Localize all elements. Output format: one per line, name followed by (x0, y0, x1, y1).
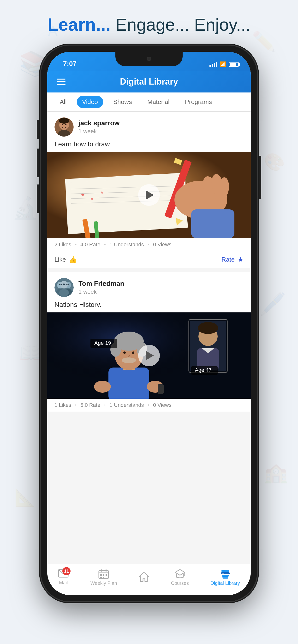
user-info-tom: Tom Friedman 1 week (78, 280, 124, 295)
post-card-1: jack sparrow 1 week Learn how to draw (47, 112, 251, 268)
svg-point-74 (198, 322, 218, 334)
signal-icon (209, 62, 217, 67)
nav-item-digital-library[interactable]: Digital Library (210, 568, 240, 586)
user-name-jack: jack sparrow (78, 119, 119, 127)
video-thumb-2[interactable]: Age 19 Age 47 (47, 312, 251, 399)
status-icons: 📶 (209, 61, 239, 68)
tab-material[interactable]: Material (142, 96, 175, 108)
svg-point-64 (132, 352, 134, 354)
nav-label-digital-library: Digital Library (210, 580, 240, 586)
svg-point-53 (64, 284, 66, 285)
thumbs-up-icon: 👍 (69, 256, 77, 264)
svg-text:Age 47: Age 47 (195, 367, 212, 373)
svg-point-47 (59, 289, 69, 296)
post-header-2: Tom Friedman 1 week (47, 272, 251, 301)
play-button-1[interactable] (138, 184, 160, 206)
user-name-tom: Tom Friedman (78, 280, 124, 288)
svg-point-65 (122, 358, 136, 363)
action-bar-1: Like 👍 Rate ★ (47, 251, 251, 268)
svg-text:★: ★ (81, 192, 85, 197)
filter-tabs: All Video Shows Material Programs (47, 92, 251, 112)
svg-point-48 (59, 284, 60, 285)
svg-point-18 (62, 124, 63, 125)
video-thumb-1[interactable]: ★ ★ ★ (47, 152, 251, 238)
nav-label-courses: Courses (171, 580, 189, 586)
svg-rect-40 (191, 210, 234, 238)
front-camera (147, 57, 151, 61)
app-header: Digital Library (47, 71, 251, 92)
menu-button[interactable] (57, 78, 66, 85)
post-card-2: Tom Friedman 1 week Nations History. (47, 272, 251, 412)
calendar-icon (98, 568, 109, 579)
likes-2: 1 Likes (54, 402, 71, 408)
books-icon (220, 568, 231, 579)
svg-rect-84 (103, 574, 104, 576)
svg-point-50 (66, 284, 68, 285)
tab-programs[interactable]: Programs (180, 96, 217, 108)
hero-rest: Engage... Enjoy... (111, 15, 250, 34)
battery-icon (229, 62, 239, 67)
graduation-icon (175, 568, 185, 579)
svg-text:★: ★ (100, 190, 103, 194)
svg-rect-83 (100, 574, 102, 576)
svg-point-16 (59, 118, 69, 124)
play-button-2[interactable] (138, 345, 160, 366)
like-button-1[interactable]: Like 👍 (54, 256, 77, 264)
post-time-tom: 1 week (78, 288, 124, 295)
svg-text:🔬: 🔬 (12, 196, 39, 221)
svg-point-63 (123, 352, 126, 354)
bottom-nav: 11 Mail Weekly Plan (47, 564, 251, 595)
nav-label-mail: Mail (59, 580, 68, 586)
svg-rect-87 (103, 577, 104, 578)
svg-point-52 (63, 284, 64, 285)
svg-rect-85 (106, 574, 107, 576)
rate-2: 5.0 Rate (80, 402, 100, 408)
post-time-jack: 1 week (78, 128, 119, 135)
stats-bar-2: 1 Likes • 5.0 Rate • 1 Understands • 0 V… (47, 399, 251, 412)
tab-shows[interactable]: Shows (108, 96, 137, 108)
user-info-jack: jack sparrow 1 week (78, 119, 119, 135)
svg-text:🎨: 🎨 (264, 152, 285, 172)
tab-all[interactable]: All (54, 96, 72, 108)
understands-1: 1 Understands (110, 242, 144, 248)
volume-up-button (37, 148, 40, 177)
svg-point-89 (143, 578, 145, 579)
mail-badge: 11 (62, 567, 71, 575)
wifi-icon: 📶 (220, 61, 226, 68)
svg-point-66 (94, 381, 111, 393)
home-icon (139, 572, 149, 582)
hero-learn: Learn... (48, 14, 111, 34)
svg-marker-88 (139, 572, 149, 582)
svg-point-49 (61, 284, 62, 285)
nav-label-weekly-plan: Weekly Plan (90, 580, 117, 586)
rate-button-1[interactable]: Rate ★ (221, 256, 244, 264)
svg-text:Age 19: Age 19 (94, 340, 111, 346)
svg-rect-57 (108, 368, 149, 399)
understands-2: 1 Understands (110, 402, 144, 408)
avatar-jack (54, 118, 74, 136)
nav-item-courses[interactable]: Courses (171, 568, 189, 586)
nav-item-home[interactable] (139, 572, 149, 584)
volume-silent-button (37, 120, 40, 139)
stats-bar-1: 2 Likes • 4.0 Rate • 1 Understands • 0 V… (47, 238, 251, 251)
notch (115, 52, 183, 66)
svg-text:📐: 📐 (14, 488, 36, 508)
power-button (258, 156, 261, 199)
rate-1: 4.0 Rate (80, 242, 100, 248)
star-icon-1: ★ (238, 256, 244, 264)
svg-text:★: ★ (90, 197, 94, 200)
phone-screen: 7:07 📶 Digital Library (47, 52, 251, 595)
svg-point-51 (68, 284, 69, 285)
nav-item-weekly-plan[interactable]: Weekly Plan (90, 568, 117, 586)
avatar-tom (54, 278, 74, 297)
svg-rect-86 (100, 577, 102, 578)
post-title-tom: Nations History. (47, 301, 251, 312)
like-label-1: Like (54, 256, 66, 263)
nav-item-mail[interactable]: 11 Mail (58, 569, 69, 586)
status-time: 7:07 (63, 60, 77, 68)
volume-down-button (37, 184, 40, 213)
header-title: Digital Library (66, 77, 232, 87)
rate-label-1: Rate (221, 256, 235, 263)
tab-video[interactable]: Video (77, 96, 103, 108)
svg-text:🏫: 🏫 (264, 461, 288, 484)
